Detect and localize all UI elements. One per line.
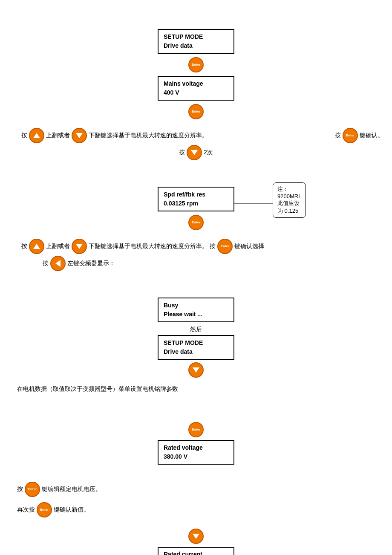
up-button-2[interactable] [29, 239, 44, 254]
busy-wait-section: Busy Please wait ... [9, 280, 383, 322]
motor-instr-text: 在电机数据（取值取决于变频器型号）菜单设置电机铭牌参数 [17, 385, 178, 392]
enter-button-8[interactable]: Enter [37, 502, 52, 517]
instruction-row-5: 按 Enter 键编辑额定电机电压。 [9, 482, 383, 497]
instr-confirm1: 键确认。 [360, 132, 383, 139]
down-button-5[interactable] [188, 529, 204, 544]
instr-up2: 上翻或者 [46, 243, 70, 250]
rated-current-section: Rated current [9, 529, 383, 555]
spacer-para7 [9, 519, 383, 525]
display-line2: Drive data [164, 42, 193, 49]
section2-enter-block: Enter [9, 215, 383, 230]
down-icon-4 [193, 367, 199, 373]
rated-voltage-line2: 380.00 V [164, 453, 187, 460]
instr-edit-voltage: 键编辑额定电机电压。 [42, 486, 101, 493]
display-spd-ref: Spd ref/fbk res 0.03125 rpm [158, 187, 234, 211]
spacer1 [9, 123, 383, 126]
instr-press7: 按 [17, 486, 23, 493]
enter-button-6[interactable]: Enter [188, 422, 204, 437]
spacer-para5 [9, 468, 383, 474]
display-rated-voltage: Rated voltage 380.00 V [158, 440, 234, 465]
display-setup-mode-2: SETUP MODE Drive data [158, 335, 234, 360]
busy-line2: Please wait ... [164, 311, 202, 318]
instr-up1: 上翻或者 [46, 132, 70, 139]
down-button-3[interactable] [72, 239, 87, 254]
spacer-para2 [9, 401, 383, 407]
up-button-1[interactable] [29, 128, 44, 143]
enter-button-5[interactable]: Enter [217, 239, 233, 254]
left-icon-1 [55, 260, 61, 267]
then-section: 然后 SETUP MODE Drive data [9, 326, 383, 378]
enter-label-4: Enter [192, 221, 200, 224]
instr-confirm-new: 键确认新值。 [54, 506, 89, 514]
display-busy: Busy Please wait ... [158, 298, 234, 322]
instruction-row-6: 再次按 Enter 键确认新值。 [9, 502, 383, 517]
spacer-para1 [9, 395, 383, 401]
rated-current-line1: Rated current [164, 551, 202, 555]
instr-times1: 2次 [204, 149, 213, 156]
instr-confirm2: 键确认选择 [234, 243, 264, 250]
down-icon-1 [76, 133, 83, 138]
display-spd-line1: Spd ref/fbk res [164, 191, 205, 198]
section1-display2-block: Mains voltage 400 V [9, 76, 383, 101]
spacer-top2 [9, 17, 383, 26]
section1-enter1: Enter [9, 57, 383, 72]
enter-label-5: Enter [221, 245, 229, 248]
instruction-row-1: 按 上翻或者 下翻键选择基于电机最大转速的速度分辨率。 按 Enter 键确认。 [9, 128, 383, 143]
spacer4 [9, 381, 383, 383]
down-button-2[interactable] [187, 145, 202, 160]
display-mains-line1: Mains voltage [164, 80, 203, 87]
enter-label-3: Enter [346, 134, 355, 137]
section1-display1-block: SETUP MODE Drive data [9, 29, 383, 54]
callout-text: 注：9200MRL 此值应设为 0.125 [277, 186, 301, 214]
instruction-row-4: 按 左键变频器显示： [9, 256, 383, 271]
spacer-para4 [9, 413, 383, 419]
display-setup-mode: SETUP MODE Drive data [158, 29, 234, 54]
instr-press2: 按 [335, 132, 341, 139]
spacer3 [9, 273, 383, 276]
display-mains-voltage: Mains voltage 400 V [158, 76, 234, 101]
down-button-4[interactable] [188, 362, 204, 378]
setup-mode-2-line2: Drive data [164, 348, 193, 355]
down-icon-2 [191, 150, 198, 155]
rated-voltage-line1: Rated voltage [164, 444, 203, 451]
spacer-para3 [9, 407, 383, 413]
enter-label-7: Enter [28, 488, 37, 491]
enter-label-8: Enter [40, 508, 49, 512]
section2-display-wrapper: Spd ref/fbk res 0.03125 rpm 注：9200MRL 此值… [158, 187, 234, 211]
instr-press6: 按 [43, 260, 49, 267]
rated-voltage-section: Enter Rated voltage 380.00 V [9, 422, 383, 465]
section2-display-block: Spd ref/fbk res 0.03125 rpm 注：9200MRL 此值… [9, 187, 383, 211]
down-button-1[interactable] [72, 128, 87, 143]
down-icon-3 [76, 244, 83, 249]
then-label: 然后 [190, 326, 202, 333]
setup-mode-2-line1: SETUP MODE [164, 339, 203, 346]
enter-button-4[interactable]: Enter [188, 215, 204, 230]
enter-button-1[interactable]: Enter [188, 57, 204, 72]
section2-container: Spd ref/fbk res 0.03125 rpm 注：9200MRL 此值… [9, 187, 383, 271]
enter-button-7[interactable]: Enter [25, 482, 40, 497]
up-icon-2 [33, 244, 40, 249]
instr-press3: 按 [179, 149, 185, 156]
left-button-1[interactable] [50, 256, 66, 271]
enter-button-2[interactable]: Enter [188, 104, 204, 119]
busy-line1: Busy [164, 302, 178, 309]
instr-down2: 下翻键选择基于电机最大转速的速度分辨率。 [89, 243, 208, 250]
section1-enter2: Enter [9, 104, 383, 119]
instr-left1: 左键变频器显示： [67, 260, 115, 267]
enter-label-2: Enter [192, 110, 200, 113]
spacer-para6 [9, 474, 383, 480]
instruction-row-3: 按 上翻或者 下翻键选择基于电机最大转速的速度分辨率。 按 Enter 键确认选… [9, 239, 383, 254]
instruction-row-2: 按 2次 [9, 145, 383, 160]
enter-label-1: Enter [192, 63, 200, 66]
down-icon-5 [193, 534, 199, 539]
enter-button-3[interactable]: Enter [343, 128, 358, 143]
callout-bubble: 注：9200MRL 此值应设为 0.125 [273, 182, 306, 218]
display-rated-current: Rated current [158, 547, 234, 555]
instr-down1: 下翻键选择基于电机最大转速的速度分辨率。 [89, 132, 208, 139]
page-container: SETUP MODE Drive data Enter Mains voltag… [0, 0, 392, 555]
display-spd-line2: 0.03125 rpm [164, 200, 198, 207]
spacer5 [9, 499, 383, 500]
spacer-between-1-2 [9, 162, 383, 183]
instr-press1: 按 [21, 132, 27, 139]
instr-press4: 按 [21, 243, 27, 250]
